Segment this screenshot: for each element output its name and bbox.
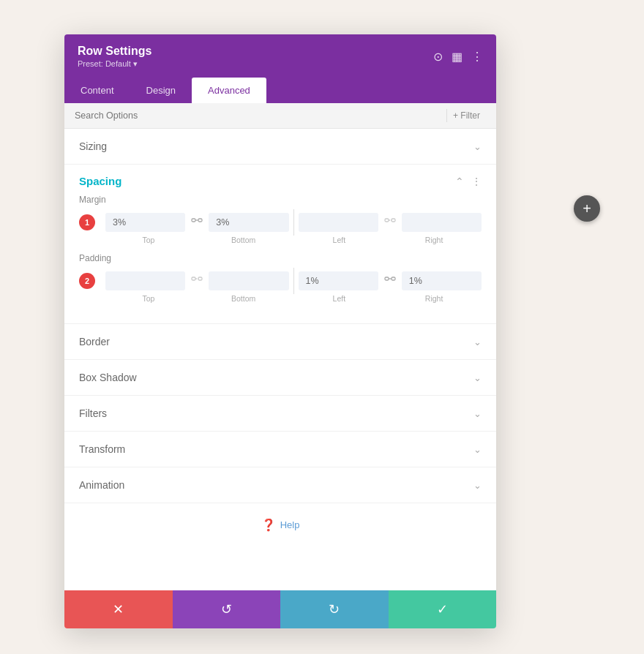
border-chevron: ⌄ (473, 337, 482, 347)
spacing-more-icon[interactable]: ⋮ (471, 176, 482, 187)
padding-topbottom-pair (105, 271, 289, 290)
margin-topbottom-pair (105, 213, 289, 232)
svg-rect-0 (192, 219, 195, 222)
margin-label: Margin (79, 195, 482, 205)
svg-rect-4 (192, 277, 195, 280)
tab-advanced[interactable]: Advanced (192, 78, 266, 103)
sizing-label: Sizing (79, 140, 107, 152)
modal-footer: ✕ ↺ ↻ ✓ (64, 590, 496, 628)
svg-rect-6 (385, 277, 389, 280)
margin-top-label: Top (101, 236, 196, 244)
modal-header: Row Settings Preset: Default ▾ ⊙ ▦ ⋮ (64, 34, 496, 78)
sizing-chevron: ⌄ (473, 141, 482, 152)
margin-inputs: 1 (79, 209, 482, 236)
spacing-header: Spacing ⌃ ⋮ (79, 165, 482, 195)
transform-chevron: ⌄ (473, 444, 482, 455)
margin-right-label: Right (386, 236, 482, 244)
padding-leftright-pair (299, 271, 482, 290)
padding-right-label: Right (386, 294, 482, 303)
redo-button[interactable]: ↻ (280, 590, 389, 628)
box-shadow-section[interactable]: Box Shadow ⌄ (64, 360, 496, 396)
svg-rect-3 (392, 219, 395, 222)
spacing-collapse-icon[interactable]: ⌃ (455, 176, 464, 187)
tab-design[interactable]: Design (130, 78, 192, 103)
border-section[interactable]: Border ⌄ (64, 324, 496, 360)
box-shadow-chevron: ⌄ (473, 372, 482, 383)
padding-bottom-label: Bottom (196, 294, 291, 303)
filters-label: Filters (79, 407, 107, 419)
padding-inputs: 2 (79, 268, 482, 294)
tab-content[interactable]: Content (64, 78, 130, 103)
svg-rect-5 (198, 277, 202, 280)
add-button[interactable]: + (574, 195, 600, 222)
badge-1: 1 (79, 214, 95, 230)
svg-rect-7 (392, 277, 395, 280)
transform-label: Transform (79, 443, 125, 455)
modal-body: Sizing ⌄ Spacing ⌃ ⋮ Margin 1 (64, 129, 496, 590)
animation-section[interactable]: Animation ⌄ (64, 467, 496, 503)
margin-bottom-input[interactable] (209, 213, 288, 232)
padding-top-input[interactable] (105, 271, 185, 290)
badge-2: 2 (79, 273, 95, 289)
padding-left-input[interactable] (299, 271, 378, 290)
spacing-title: Spacing (79, 175, 121, 187)
page-wrapper: + Row Settings Preset: Default ▾ ⊙ ▦ ⋮ C… (0, 0, 644, 654)
settings-modal: Row Settings Preset: Default ▾ ⊙ ▦ ⋮ Con… (64, 34, 496, 628)
margin-right-input[interactable] (402, 213, 482, 232)
padding-top-label: Top (101, 294, 196, 303)
margin-leftright-pair (299, 213, 482, 232)
margin-left-input[interactable] (299, 213, 378, 232)
margin-divider (293, 209, 294, 236)
sizing-section[interactable]: Sizing ⌄ (64, 129, 496, 165)
animation-label: Animation (79, 479, 124, 491)
margin-left-label: Left (292, 236, 387, 244)
modal-tabs: Content Design Advanced (64, 78, 496, 103)
undo-button[interactable]: ↺ (173, 590, 281, 628)
modal-header-icons: ⊙ ▦ ⋮ (433, 51, 483, 63)
margin-lr-link-icon[interactable] (384, 217, 396, 228)
margin-top-input[interactable] (105, 213, 185, 232)
filters-section[interactable]: Filters ⌄ (64, 396, 496, 432)
transform-section[interactable]: Transform ⌄ (64, 432, 496, 467)
modal-title: Row Settings (78, 45, 151, 58)
help-label: Help (280, 519, 300, 530)
filters-chevron: ⌄ (473, 408, 482, 419)
spacing-section: Spacing ⌃ ⋮ Margin 1 (64, 165, 496, 324)
search-bar: + Filter (64, 103, 496, 129)
margin-tb-link-icon[interactable] (191, 217, 203, 228)
more-icon[interactable]: ⋮ (471, 51, 483, 63)
svg-rect-2 (385, 219, 389, 222)
spacer (64, 546, 496, 590)
padding-right-input[interactable] (402, 271, 482, 290)
search-input[interactable] (75, 110, 446, 121)
margin-block: Margin 1 (79, 195, 482, 244)
filter-button[interactable]: + Filter (446, 109, 486, 122)
help-row[interactable]: ❓ Help (64, 503, 496, 546)
padding-block: Padding 2 (79, 253, 482, 303)
border-label: Border (79, 336, 110, 347)
padding-divider (293, 268, 294, 294)
padding-labels: Top Bottom Left Right (79, 294, 482, 303)
padding-lr-link-icon[interactable] (384, 276, 396, 286)
cancel-button[interactable]: ✕ (64, 590, 173, 628)
modal-preset[interactable]: Preset: Default ▾ (78, 59, 151, 69)
save-button[interactable]: ✓ (389, 590, 497, 628)
svg-rect-1 (198, 219, 202, 222)
padding-label: Padding (79, 253, 482, 263)
padding-bottom-input[interactable] (209, 271, 288, 290)
margin-bottom-label: Bottom (196, 236, 291, 244)
modal-header-left: Row Settings Preset: Default ▾ (78, 45, 151, 69)
animation-chevron: ⌄ (473, 480, 482, 491)
margin-labels: Top Bottom Left Right (79, 236, 482, 244)
padding-left-label: Left (292, 294, 387, 303)
layout-icon[interactable]: ▦ (452, 51, 463, 63)
target-icon[interactable]: ⊙ (433, 51, 443, 63)
padding-tb-link-icon[interactable] (191, 276, 203, 286)
spacing-header-icons: ⌃ ⋮ (455, 176, 482, 187)
help-icon: ❓ (261, 518, 276, 532)
box-shadow-label: Box Shadow (79, 372, 137, 383)
